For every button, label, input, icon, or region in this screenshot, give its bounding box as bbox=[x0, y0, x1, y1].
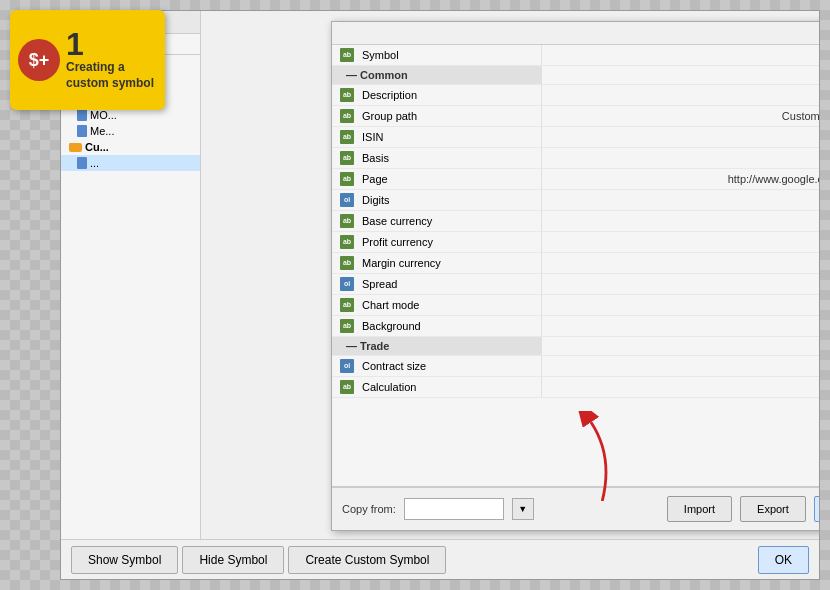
tree-item-custom[interactable]: Cu... bbox=[61, 139, 200, 155]
create-custom-symbol-button[interactable]: Create Custom Symbol bbox=[288, 546, 446, 574]
prop-value: USD bbox=[641, 232, 819, 253]
prop-name-cell: ab Base currency bbox=[332, 211, 542, 231]
prop-value: http://www.google.com/finance?q=EURUSD bbox=[641, 169, 819, 190]
copy-from-label: Copy from: bbox=[342, 503, 396, 515]
prop-name-cell: oi Contract size bbox=[332, 356, 542, 376]
prop-value: Custom\Forex\EURUSD_custom bbox=[641, 106, 819, 127]
symbol-dialog: ? × ab Symbol EURUSD_custom — Common ab … bbox=[331, 21, 819, 531]
window-body: Symbols Specificatio... MetaTra... For..… bbox=[61, 11, 819, 539]
prop-name: Digits bbox=[362, 194, 390, 206]
prop-name-cell: ab Background bbox=[332, 316, 542, 336]
copy-from-input[interactable] bbox=[404, 498, 504, 520]
main-ok-button[interactable]: OK bbox=[758, 546, 809, 574]
folder-icon bbox=[69, 143, 82, 152]
prop-name-cell: ab ISIN bbox=[332, 127, 542, 147]
dialog-bottom: Copy from: ▼ Import Export OK Cancel bbox=[332, 487, 819, 530]
tutorial-text: 1 Creating acustom symbol bbox=[66, 28, 154, 91]
tutorial-icon: $+ bbox=[18, 39, 60, 81]
icon-symbol: $+ bbox=[29, 50, 50, 71]
prop-name: Calculation bbox=[362, 381, 416, 393]
prop-name: Symbol bbox=[362, 49, 399, 61]
prop-value: EUR bbox=[641, 253, 819, 274]
prop-name-cell: oi Digits bbox=[332, 190, 542, 210]
show-symbol-button[interactable]: Show Symbol bbox=[71, 546, 178, 574]
main-toolbar: Show Symbol Hide Symbol Create Custom Sy… bbox=[61, 539, 819, 579]
prop-value bbox=[641, 148, 819, 169]
doc-icon bbox=[77, 125, 87, 137]
tree-label: MO... bbox=[90, 109, 117, 121]
prop-name-cell: ab Calculation bbox=[332, 377, 542, 397]
prop-name-cell: ab Profit currency bbox=[332, 232, 542, 252]
prop-name: Chart mode bbox=[362, 299, 419, 311]
prop-name-cell: ab Basis bbox=[332, 148, 542, 168]
prop-name-cell: ab Group path bbox=[332, 106, 542, 126]
prop-name-cell: ab Page bbox=[332, 169, 542, 189]
prop-name: Profit currency bbox=[362, 236, 433, 248]
properties-table[interactable]: ab Symbol EURUSD_custom — Common ab Desc… bbox=[332, 45, 819, 487]
right-area: ? × ab Symbol EURUSD_custom — Common ab … bbox=[201, 11, 819, 539]
prop-name: Group path bbox=[362, 110, 417, 122]
prop-value: Euro vs US Dollar bbox=[641, 85, 819, 106]
prop-value: Forex bbox=[641, 377, 819, 398]
prop-value bbox=[641, 127, 819, 148]
doc-icon bbox=[77, 157, 87, 169]
tree-item-selected[interactable]: ... bbox=[61, 155, 200, 171]
tree-label: ... bbox=[90, 157, 99, 169]
prop-value: 100000 bbox=[641, 356, 819, 377]
dialog-content: ab Symbol EURUSD_custom — Common ab Desc… bbox=[332, 45, 819, 530]
prop-value: White bbox=[641, 316, 819, 337]
prop-name: Base currency bbox=[362, 215, 432, 227]
prop-name: Page bbox=[362, 173, 388, 185]
doc-icon bbox=[77, 109, 87, 121]
prop-name-cell: oi Spread bbox=[332, 274, 542, 294]
prop-name-cell: ab Symbol bbox=[332, 45, 542, 65]
prop-name: Contract size bbox=[362, 360, 426, 372]
prop-value: floating bbox=[641, 274, 819, 295]
import-button[interactable]: Import bbox=[667, 496, 732, 522]
main-window: Symbols Specificatio... MetaTra... For..… bbox=[60, 10, 820, 580]
tree-item-me[interactable]: Me... bbox=[61, 123, 200, 139]
tree-area[interactable]: MetaTra... For... CF... MO... Me... bbox=[61, 55, 200, 539]
prop-name: ISIN bbox=[362, 131, 383, 143]
hide-symbol-button[interactable]: Hide Symbol bbox=[182, 546, 284, 574]
prop-name: Margin currency bbox=[362, 257, 441, 269]
prop-value: EURUSD_custom bbox=[641, 45, 819, 66]
copy-dropdown[interactable]: ▼ bbox=[512, 498, 534, 520]
prop-name: Description bbox=[362, 89, 417, 101]
prop-name: Basis bbox=[362, 152, 389, 164]
tutorial-card: $+ 1 Creating acustom symbol bbox=[10, 10, 165, 110]
tree-label: Cu... bbox=[85, 141, 109, 153]
step-title: Creating acustom symbol bbox=[66, 60, 154, 91]
prop-value: By bid price bbox=[641, 295, 819, 316]
prop-name-cell: ab Chart mode bbox=[332, 295, 542, 315]
prop-table: ab Symbol EURUSD_custom — Common ab Desc… bbox=[332, 45, 819, 398]
dialog-titlebar: ? × bbox=[332, 22, 819, 45]
export-button[interactable]: Export bbox=[740, 496, 806, 522]
prop-name: Background bbox=[362, 320, 421, 332]
prop-value: EUR bbox=[641, 211, 819, 232]
tree-label: Me... bbox=[90, 125, 114, 137]
ok-button[interactable]: OK bbox=[814, 496, 819, 522]
prop-value: 5 bbox=[641, 190, 819, 211]
prop-name: Spread bbox=[362, 278, 397, 290]
prop-name-cell: ab Margin currency bbox=[332, 253, 542, 273]
step-number: 1 bbox=[66, 28, 154, 60]
prop-name-cell: ab Description bbox=[332, 85, 542, 105]
